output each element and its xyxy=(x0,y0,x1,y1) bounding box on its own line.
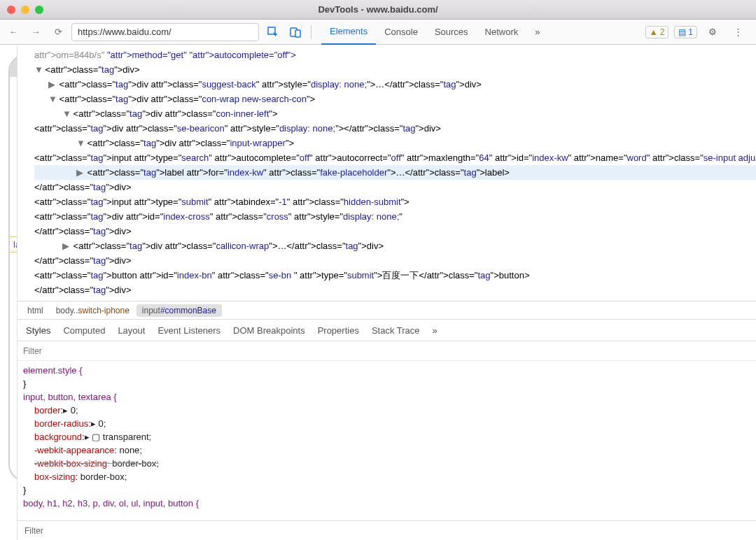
more-icon[interactable]: ⋮ xyxy=(728,22,748,42)
forward-button[interactable]: → xyxy=(27,23,45,41)
css-rules[interactable]: element.style {}(index):2input, button, … xyxy=(18,361,756,520)
back-button[interactable]: ← xyxy=(4,23,22,41)
tab-listeners[interactable]: Event Listeners xyxy=(158,325,220,336)
device-preview: ♙ ⊞ Baidu百度 🎤 📷 百度一下 label.fake-placehol… xyxy=(0,45,18,540)
inspect-tooltip: label.fake-placeholder 182 × 47 xyxy=(8,236,18,253)
tab-stacktrace[interactable]: Stack Trace xyxy=(372,325,420,336)
breadcrumb[interactable]: html body..switch-iphone input#commonBas… xyxy=(18,301,756,319)
tab-properties[interactable]: Properties xyxy=(318,325,359,336)
inspect-icon[interactable] xyxy=(263,22,283,42)
tab-network[interactable]: Network xyxy=(477,20,527,45)
footer: Filter Show all Group xyxy=(18,520,756,540)
styles-tabs: Styles Computed Layout Event Listeners D… xyxy=(18,319,756,341)
tab-sources[interactable]: Sources xyxy=(426,20,477,45)
tab-console[interactable]: Console xyxy=(376,20,426,45)
settings-icon[interactable]: ⚙ xyxy=(703,22,722,42)
styles-filter[interactable] xyxy=(23,346,756,356)
baidu-logo: Baidu百度 xyxy=(10,99,18,136)
issues-badge[interactable]: ▤ 1 xyxy=(674,26,697,38)
window-title: DevTools - www.baidu.com/ xyxy=(0,4,756,15)
tab-more[interactable]: » xyxy=(526,20,548,45)
tab-computed[interactable]: Computed xyxy=(63,325,105,336)
news-list: 时政微视频丨功在当代 利在千秋置顶央视新闻 学习图说丨山水为证置顶央视新闻 南阳… xyxy=(10,243,18,457)
url-bar[interactable]: https://www.baidu.com/ xyxy=(71,23,259,41)
tab-dom-bp[interactable]: DOM Breakpoints xyxy=(233,325,305,336)
titlebar: DevTools - www.baidu.com/ xyxy=(0,0,756,20)
tab-styles[interactable]: Styles xyxy=(26,325,50,336)
svg-rect-2 xyxy=(295,30,300,37)
warnings-badge[interactable]: ▲ 2 xyxy=(645,26,669,38)
device-toggle-icon[interactable] xyxy=(286,22,305,42)
toolbar: ← → ⟳ https://www.baidu.com/ Elements Co… xyxy=(0,20,756,45)
tab-elements[interactable]: Elements xyxy=(321,20,376,45)
crumb-body[interactable]: body..switch-iphone xyxy=(56,306,130,315)
reload-button[interactable]: ⟳ xyxy=(49,23,67,41)
styles-pane: :hov .cls + 🖶 ▣ element.style {}(index):… xyxy=(18,341,756,520)
footer-filter[interactable]: Filter xyxy=(24,526,43,536)
devtools-tabs: Elements Console Sources Network » xyxy=(321,20,549,45)
tab-more[interactable]: » xyxy=(433,325,438,336)
tab-layout[interactable]: Layout xyxy=(118,325,145,336)
dom-tree[interactable]: attr">om=844b/s" "attr">method="get" "at… xyxy=(18,45,756,301)
